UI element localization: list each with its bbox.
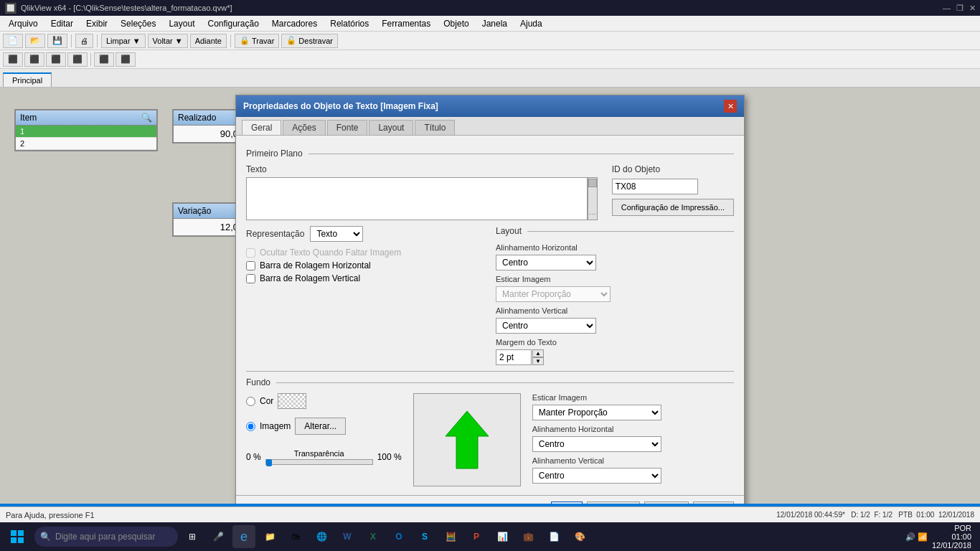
taskbar-calc-icon[interactable]: 🧮 [439,525,462,548]
tb2-btn4[interactable]: ⬛ [67,52,88,67]
texto-scrollbar[interactable]: ⋯ [588,177,598,220]
ocultar-checkbox[interactable] [246,248,255,258]
dialog-tab-titulo[interactable]: Título [415,120,455,135]
dialog-tab-geral[interactable]: Geral [242,120,281,135]
fundo-align-v-select[interactable]: Centro Topo Inferior [532,468,661,484]
fundo-esticar-select[interactable]: Manter Proporção Esticar Nenhum [532,405,661,420]
fundo-left: Cor Imagem Alterar... [246,393,402,486]
cor-label: Cor [260,396,273,406]
taskbar-app1-icon[interactable]: 📊 [491,525,514,548]
destravar-label: Destravar [298,37,333,45]
minimize-btn[interactable]: — [943,4,951,13]
taskbar-app2-icon[interactable]: 💼 [517,525,540,548]
menu-marcadores[interactable]: Marcadores [266,17,323,30]
taskbar-explorer-icon[interactable]: 📁 [258,525,281,548]
close-btn[interactable]: ✕ [969,4,976,13]
ok-button[interactable]: OK [551,501,582,504]
travar-btn[interactable]: 🔒 Travar [235,34,279,48]
time-display: 01:00 [951,532,971,541]
fundo-align-h-select[interactable]: Centro Esquerda Direita [532,436,661,452]
aplicar-button[interactable]: Aplicar [644,501,689,504]
limpar-btn[interactable]: Limpar ▼ [101,34,146,48]
esticar-select[interactable]: Manter Proporção Esticar [496,286,611,302]
dialog-close-button[interactable]: ✕ [724,100,737,113]
margem-up-btn[interactable]: ▲ [532,349,544,357]
texto-textarea[interactable] [246,177,588,220]
barra-h-checkbox[interactable] [246,261,255,270]
restore-btn[interactable]: ❐ [956,4,963,13]
taskbar-edge-icon[interactable]: e [232,525,255,548]
tb2-btn6[interactable]: ⬛ [116,52,136,67]
menu-selecoes[interactable]: Seleções [115,17,161,30]
transparency-slider[interactable] [265,459,373,465]
save-btn[interactable]: 💾 [47,34,67,48]
menu-ajuda[interactable]: Ajuda [514,17,548,30]
menu-layout[interactable]: Layout [163,17,200,30]
taskbar-view-icon[interactable]: ⊞ [181,525,204,548]
taskbar-acrobat-icon[interactable]: 📄 [542,525,565,548]
taskbar-skype-icon[interactable]: S [413,525,436,548]
adiante-label: Adiante [195,37,222,45]
imagem-radio-row: Imagem Alterar... [246,418,402,435]
destravar-btn[interactable]: 🔓 Destravar [281,34,338,48]
tb2-btn3[interactable]: ⬛ [46,52,66,67]
fundo-align-v-label: Alinhamento Vertical [532,456,734,465]
menu-exibir[interactable]: Exibir [80,17,113,30]
color-swatch[interactable] [278,393,306,409]
dialog-tab-fonte[interactable]: Fonte [327,120,368,135]
print-btn[interactable]: 🖨 [75,34,93,48]
tb2-btn2[interactable]: ⬛ [24,52,44,67]
tb2-btn1[interactable]: ⬛ [3,52,23,67]
fundo-align-h-group: Alinhamento Horizontal Centro Esquerda D… [532,425,734,452]
print-config-button[interactable]: Configuração de Impressão... [612,199,734,216]
taskbar-word-icon[interactable]: W [336,525,359,548]
dialog-tab-acoes[interactable]: Ações [283,120,325,135]
transparencia-label: Transparência [294,449,344,458]
taskbar-outlook-icon[interactable]: O [387,525,410,548]
voltar-btn[interactable]: Voltar ▼ [148,34,188,48]
id-label: ID do Objeto [612,164,734,174]
margem-down-btn[interactable]: ▼ [532,357,544,365]
alinhamento-h-select[interactable]: Centro Esquerda Direita [496,255,596,270]
search-bar[interactable]: 🔍 Digite aqui para pesquisar [34,527,178,547]
taskbar-right: 🔊 📶 POR 01:00 12/01/2018 [905,524,977,550]
taskbar-store-icon[interactable]: 🛍 [284,525,307,548]
margem-group: Margem do Texto ▲ ▼ [496,338,734,365]
menu-objeto[interactable]: Objeto [438,17,474,30]
tb2-btn5[interactable]: ⬛ [94,52,114,67]
taskbar-excel-icon[interactable]: X [362,525,385,548]
imagem-radio[interactable] [246,422,255,431]
dialog-title-bar[interactable]: Propriedades do Objeto de Texto [Imagem … [236,95,744,117]
status-text: Para Ajuda, pressione F1 [6,511,95,519]
cor-radio[interactable] [246,397,255,406]
new-btn[interactable]: 📄 [3,34,23,48]
barra-v-checkbox[interactable] [246,274,255,283]
dialog-tab-layout[interactable]: Layout [369,120,413,135]
menu-relatorios[interactable]: Relatórios [324,17,374,30]
menu-ferramentas[interactable]: Ferramentas [376,17,436,30]
repr-select[interactable]: Texto Imagem Número Medidor [310,226,363,242]
open-btn[interactable]: 📂 [25,34,45,48]
start-button[interactable] [3,524,32,550]
taskbar-mic-icon[interactable]: 🎤 [207,525,230,548]
menu-editar[interactable]: Editar [45,17,79,30]
menu-arquivo[interactable]: Arquivo [3,17,44,30]
alinhamento-v-select[interactable]: Centro Topo Inferior [496,318,596,334]
svg-rect-3 [11,537,17,543]
id-input[interactable] [612,179,698,194]
taskbar-chrome-icon[interactable]: 🌐 [310,525,333,548]
second-toolbar: ⬛ ⬛ ⬛ ⬛ ⬛ ⬛ [0,50,980,69]
cancelar-button[interactable]: Cancelar [587,501,640,504]
taskbar-app3-icon[interactable]: 🎨 [568,525,591,548]
margem-input[interactable] [496,349,532,365]
alterar-button[interactable]: Alterar... [295,418,346,435]
alinhamento-v-group: Alinhamento Vertical Centro Topo Inferio… [496,306,734,334]
svg-rect-4 [18,537,24,543]
menu-janela[interactable]: Janela [476,17,513,30]
dialog-tabs: Geral Ações Fonte Layout Título [236,117,744,136]
tab-principal[interactable]: Principal [3,72,52,87]
ajuda-button[interactable]: Ajuda [693,501,734,504]
adiante-btn[interactable]: Adiante [190,34,227,48]
taskbar-powerpoint-icon[interactable]: P [465,525,488,548]
menu-configuracao[interactable]: Configuração [202,17,264,30]
